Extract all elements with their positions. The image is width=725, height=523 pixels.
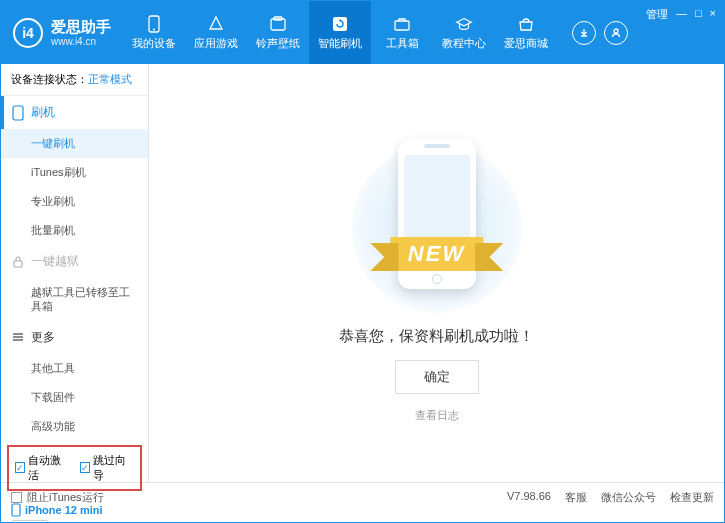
sidebar-item-download-firmware[interactable]: 下载固件 — [1, 383, 148, 412]
sidebar-section-flash[interactable]: 刷机 — [1, 96, 148, 129]
sidebar-section-more[interactable]: 更多 — [1, 321, 148, 354]
app-header: i4 爱思助手 www.i4.cn 我的设备 应用游戏 铃声壁纸 智能刷机 工具… — [1, 1, 724, 64]
sidebar-item-oneclick-flash[interactable]: 一键刷机 — [1, 129, 148, 158]
graduation-icon — [455, 15, 473, 33]
ok-button[interactable]: 确定 — [395, 360, 479, 394]
refresh-icon — [331, 15, 349, 33]
svg-rect-5 — [395, 21, 409, 30]
section-title: 更多 — [31, 329, 55, 346]
lock-icon — [11, 255, 25, 269]
svg-rect-7 — [13, 106, 23, 120]
main-panel: NEW 恭喜您，保资料刷机成功啦！ 确定 查看日志 — [149, 64, 724, 482]
sidebar-item-advanced[interactable]: 高级功能 — [1, 412, 148, 441]
nav-label: 智能刷机 — [318, 36, 362, 51]
svg-point-1 — [153, 28, 155, 30]
svg-rect-9 — [12, 504, 20, 516]
phone-icon — [145, 15, 163, 33]
nav-ringtones[interactable]: 铃声壁纸 — [247, 1, 309, 64]
wechat-link[interactable]: 微信公众号 — [601, 490, 656, 505]
logo-icon: i4 — [13, 18, 43, 48]
status-label: 设备连接状态： — [11, 73, 88, 85]
menu-button[interactable]: 管理 — [646, 7, 668, 22]
minimize-button[interactable]: — — [676, 7, 687, 19]
nav-my-device[interactable]: 我的设备 — [123, 1, 185, 64]
sidebar-item-pro-flash[interactable]: 专业刷机 — [1, 187, 148, 216]
version-label: V7.98.66 — [507, 490, 551, 505]
apps-icon — [207, 15, 225, 33]
sidebar-jailbreak-note: 越狱工具已转移至工具箱 — [1, 278, 148, 321]
menu-icon — [11, 330, 25, 344]
checkbox-label: 自动激活 — [28, 453, 69, 483]
nav-flash[interactable]: 智能刷机 — [309, 1, 371, 64]
folder-icon — [269, 15, 287, 33]
close-button[interactable]: × — [710, 7, 716, 19]
svg-rect-8 — [14, 261, 22, 267]
options-highlight: ✓自动激活 ✓跳过向导 — [7, 445, 142, 491]
auto-activate-checkbox[interactable]: ✓自动激活 — [15, 453, 70, 483]
section-title: 刷机 — [31, 104, 55, 121]
skip-guide-checkbox[interactable]: ✓跳过向导 — [80, 453, 135, 483]
user-button[interactable] — [604, 21, 628, 45]
nav-store[interactable]: 爱思商城 — [495, 1, 557, 64]
nav-tutorials[interactable]: 教程中心 — [433, 1, 495, 64]
support-link[interactable]: 客服 — [565, 490, 587, 505]
nav-label: 我的设备 — [132, 36, 176, 51]
section-title: 一键越狱 — [31, 253, 79, 270]
toolbox-icon — [393, 15, 411, 33]
storage-badge: 64GB — [11, 520, 49, 523]
nav-label: 工具箱 — [386, 36, 419, 51]
window-controls: 管理 — □ × — [638, 1, 724, 64]
nav-toolbox[interactable]: 工具箱 — [371, 1, 433, 64]
main-nav: 我的设备 应用游戏 铃声壁纸 智能刷机 工具箱 教程中心 爱思商城 — [123, 1, 562, 64]
status-value: 正常模式 — [88, 73, 132, 85]
sidebar-item-itunes-flash[interactable]: iTunes刷机 — [1, 158, 148, 187]
new-ribbon: NEW — [390, 237, 483, 271]
app-title: 爱思助手 — [51, 18, 111, 36]
svg-point-6 — [614, 29, 618, 33]
nav-label: 教程中心 — [442, 36, 486, 51]
success-illustration: NEW — [352, 123, 522, 313]
view-log-link[interactable]: 查看日志 — [415, 408, 459, 423]
nav-apps[interactable]: 应用游戏 — [185, 1, 247, 64]
logo-area: i4 爱思助手 www.i4.cn — [1, 1, 123, 64]
download-button[interactable] — [572, 21, 596, 45]
sidebar-item-batch-flash[interactable]: 批量刷机 — [1, 216, 148, 245]
connection-status: 设备连接状态：正常模式 — [1, 64, 148, 96]
phone-icon — [11, 106, 25, 120]
checkbox-label: 跳过向导 — [93, 453, 134, 483]
success-message: 恭喜您，保资料刷机成功啦！ — [339, 327, 534, 346]
sidebar-section-jailbreak[interactable]: 一键越狱 — [1, 245, 148, 278]
nav-label: 爱思商城 — [504, 36, 548, 51]
nav-label: 应用游戏 — [194, 36, 238, 51]
maximize-button[interactable]: □ — [695, 7, 702, 19]
check-update-link[interactable]: 检查更新 — [670, 490, 714, 505]
block-itunes-checkbox[interactable] — [11, 492, 22, 503]
store-icon — [517, 15, 535, 33]
block-itunes-label: 阻止iTunes运行 — [27, 490, 104, 505]
nav-label: 铃声壁纸 — [256, 36, 300, 51]
app-url: www.i4.cn — [51, 36, 111, 48]
sidebar-item-other-tools[interactable]: 其他工具 — [1, 354, 148, 383]
sidebar: 设备连接状态：正常模式 刷机 一键刷机 iTunes刷机 专业刷机 批量刷机 一… — [1, 64, 149, 482]
